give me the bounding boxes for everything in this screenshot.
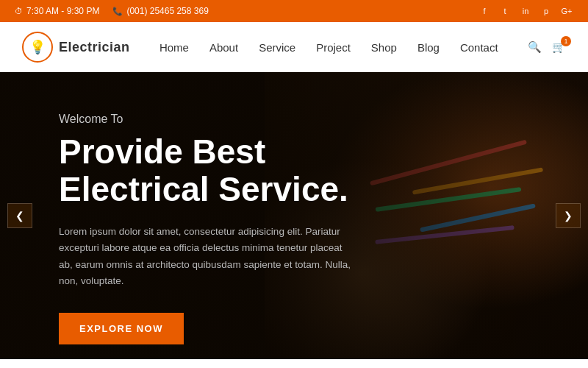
explore-button[interactable]: EXPLORE NOW xyxy=(59,313,184,344)
arrow-right-icon: ❯ xyxy=(564,210,573,222)
logo-icon-circle: 💡 xyxy=(22,32,53,63)
hero-section: Welcome To Provide Best Electrical Servi… xyxy=(0,72,588,359)
arrow-left-icon: ❮ xyxy=(15,210,24,222)
top-bar: ⏱ 7:30 AM - 9:30 PM 📞 (001) 25465 258 36… xyxy=(0,0,588,22)
googleplus-icon[interactable]: G+ xyxy=(560,4,573,18)
linkedin-icon[interactable]: in xyxy=(519,4,532,18)
bulb-icon: 💡 xyxy=(29,39,46,55)
nav-service[interactable]: Service xyxy=(259,38,295,57)
social-links: f t in p G+ xyxy=(478,4,573,18)
carousel-next-button[interactable]: ❯ xyxy=(556,203,581,228)
hero-subtitle: Welcome To xyxy=(59,113,382,126)
hero-content: Welcome To Provide Best Electrical Servi… xyxy=(0,72,382,344)
logo[interactable]: 💡 Electrician xyxy=(22,32,130,63)
nav-contact[interactable]: Contact xyxy=(460,38,498,57)
nav-project[interactable]: Project xyxy=(316,38,351,57)
phone-number: (001) 25465 258 369 xyxy=(126,6,208,16)
phone-icon: 📞 xyxy=(112,7,123,16)
hours-item: ⏱ 7:30 AM - 9:30 PM xyxy=(15,6,99,16)
clock-icon: ⏱ xyxy=(15,7,23,15)
hero-title: Provide Best Electrical Service. xyxy=(59,133,382,208)
nav-about[interactable]: About xyxy=(209,38,238,57)
nav-blog[interactable]: Blog xyxy=(417,38,440,57)
logo-text: Electrician xyxy=(59,40,130,55)
facebook-icon[interactable]: f xyxy=(478,4,491,18)
carousel-prev-button[interactable]: ❮ xyxy=(7,203,32,228)
header: 💡 Electrician Home About Service Project… xyxy=(0,22,588,72)
search-icon: 🔍 xyxy=(528,40,542,53)
top-bar-left: ⏱ 7:30 AM - 9:30 PM 📞 (001) 25465 258 36… xyxy=(15,6,209,16)
nav-shop[interactable]: Shop xyxy=(371,38,397,57)
cart-badge: 1 xyxy=(561,36,571,46)
search-button[interactable]: 🔍 xyxy=(528,40,542,54)
business-hours: 7:30 AM - 9:30 PM xyxy=(26,6,99,16)
nav-icons: 🔍 🛒 1 xyxy=(528,40,566,54)
main-nav: Home About Service Project Shop Blog Con… xyxy=(159,38,498,57)
pinterest-icon[interactable]: p xyxy=(539,4,553,18)
nav-home[interactable]: Home xyxy=(159,38,189,57)
twitter-icon[interactable]: t xyxy=(498,4,512,18)
phone-item: 📞 (001) 25465 258 369 xyxy=(112,6,208,16)
cart-button[interactable]: 🛒 1 xyxy=(552,40,566,54)
hero-description: Lorem ipsum dolor sit amet, consectetur … xyxy=(59,224,353,289)
